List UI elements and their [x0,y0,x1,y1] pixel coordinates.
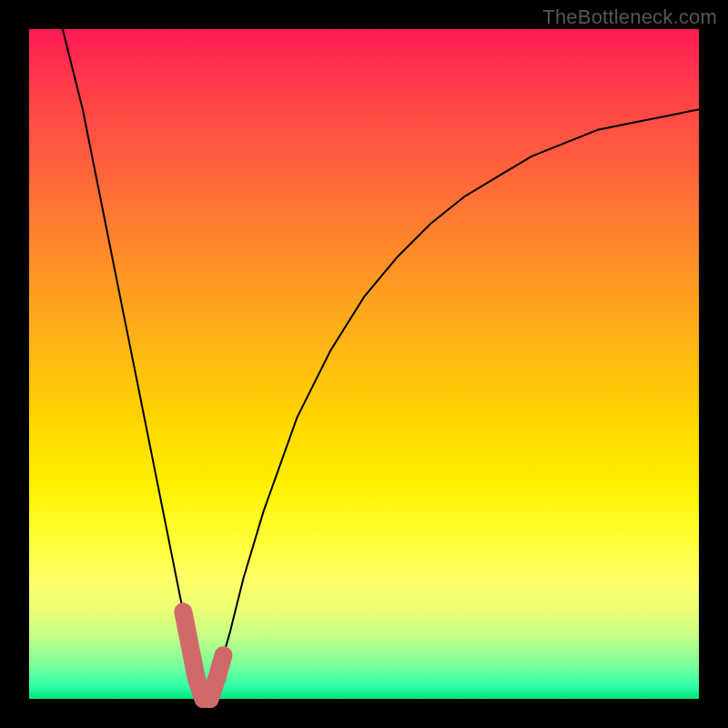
curve-svg [29,29,699,699]
plot-area [29,29,699,699]
optimal-region-marker [183,612,223,699]
chart-container: TheBottleneck.com [0,0,728,728]
bottleneck-curve [63,29,699,699]
watermark-text: TheBottleneck.com [542,5,717,29]
